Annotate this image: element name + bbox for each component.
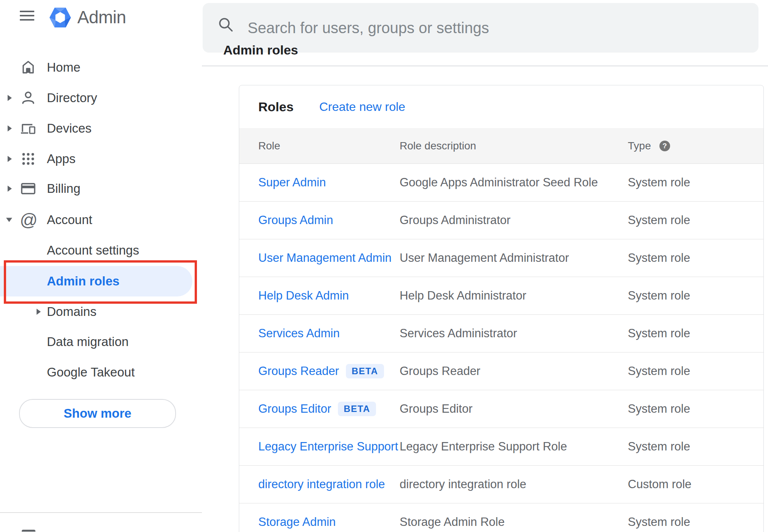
role-link[interactable]: Services Admin (258, 327, 340, 340)
sidebar: Admin Home Directory (0, 0, 202, 532)
expand-caret-icon[interactable] (8, 156, 12, 162)
sidebar-item-devices[interactable]: Devices (0, 113, 202, 144)
sidebar-item-apps[interactable]: Apps (0, 144, 202, 174)
expand-caret-icon[interactable] (37, 309, 41, 315)
role-description: Groups Editor (400, 402, 628, 416)
sidebar-item-billing[interactable]: Billing (0, 173, 202, 204)
role-link[interactable]: Groups Editor (258, 402, 331, 416)
person-icon (20, 90, 37, 106)
role-link[interactable]: Super Admin (258, 176, 326, 189)
role-type: System role (628, 289, 763, 303)
sidebar-item-label: Account settings (47, 243, 139, 258)
sidebar-item-label: Directory (47, 91, 97, 105)
sidebar-item-google-takeout[interactable]: Google Takeout (0, 357, 202, 388)
role-link[interactable]: Storage Admin (258, 515, 336, 529)
account-at-icon: @ (20, 212, 37, 228)
sidebar-item-label: Devices (47, 121, 91, 136)
role-link[interactable]: Groups Reader (258, 364, 339, 378)
sidebar-item-label: Apps (47, 152, 75, 166)
roles-title: Roles (258, 99, 294, 114)
role-type: System role (628, 327, 763, 340)
role-description: User Management Administrator (400, 251, 628, 265)
show-more-label: Show more (64, 406, 131, 421)
create-new-role-link[interactable]: Create new role (319, 100, 405, 114)
breadcrumb: Admin roles (223, 43, 298, 58)
apps-grid-icon (20, 151, 37, 167)
table-row[interactable]: Legacy Enterprise Support Legacy Enterpr… (239, 428, 763, 466)
collapse-caret-icon[interactable] (6, 218, 12, 222)
role-type: System role (628, 364, 763, 378)
table-row[interactable]: Services Admin Services Administrator Sy… (239, 315, 763, 353)
sidebar-item-label: Billing (47, 181, 80, 196)
role-link[interactable]: User Management Admin (258, 251, 392, 265)
role-description: Groups Administrator (400, 213, 628, 227)
devices-icon (20, 120, 37, 137)
beta-badge: BETA (338, 402, 376, 416)
help-icon[interactable]: ? (659, 141, 670, 151)
sidebar-item-home[interactable]: Home (0, 52, 202, 83)
expand-caret-icon[interactable] (8, 95, 12, 101)
admin-logo-icon (50, 6, 71, 29)
role-description: directory integration role (400, 478, 628, 491)
role-description: Google Apps Administrator Seed Role (400, 176, 628, 189)
table-row[interactable]: User Management Admin User Management Ad… (239, 239, 763, 277)
table-header-row: Role Role description Type ? (239, 128, 763, 164)
header-divider (202, 66, 768, 66)
sidebar-item-account[interactable]: @ Account (0, 205, 202, 235)
table-row[interactable]: Storage Admin Storage Admin Role System … (239, 503, 763, 532)
sidebar-item-label: Home (47, 60, 80, 75)
column-header-role: Role (239, 140, 400, 152)
sidebar-item-admin-roles[interactable]: Admin roles (0, 266, 202, 296)
sidebar-item-domains[interactable]: Domains (0, 296, 202, 327)
role-type: System role (628, 251, 763, 265)
app-title: Admin (77, 6, 126, 28)
menu-icon[interactable] (20, 11, 35, 21)
table-row[interactable]: Groups Admin Groups Administrator System… (239, 202, 763, 239)
column-header-type: Type ? (628, 140, 763, 152)
column-header-type-label: Type (628, 140, 651, 152)
sidebar-item-account-settings[interactable]: Account settings (0, 235, 202, 266)
role-link[interactable]: Help Desk Admin (258, 289, 349, 303)
roles-card-header: Roles Create new role (239, 85, 763, 128)
table-row[interactable]: Super Admin Google Apps Administrator Se… (239, 164, 763, 202)
role-description: Storage Admin Role (400, 515, 628, 529)
admin-console: Admin Home Directory (0, 0, 768, 532)
role-type: System role (628, 402, 763, 416)
sidebar-item-label: Google Takeout (47, 365, 135, 380)
roles-card: Roles Create new role Role Role descript… (239, 85, 764, 532)
role-type: Custom role (628, 478, 763, 491)
column-header-role-description: Role description (400, 140, 628, 152)
role-link[interactable]: Groups Admin (258, 213, 333, 227)
home-icon (20, 59, 37, 76)
role-description: Services Administrator (400, 327, 628, 340)
role-type: System role (628, 213, 763, 227)
role-type: System role (628, 440, 763, 453)
beta-badge: BETA (346, 364, 384, 378)
sidebar-item-label: Data migration (47, 335, 129, 349)
sidebar-item-label: Domains (47, 304, 96, 319)
role-description: Help Desk Administrator (400, 289, 628, 303)
role-description: Legacy Enterprise Support Role (400, 440, 628, 453)
table-row[interactable]: directory integration role directory int… (239, 466, 763, 503)
sidebar-divider (0, 512, 202, 513)
sidebar-item-directory[interactable]: Directory (0, 83, 202, 113)
expand-caret-icon[interactable] (8, 186, 12, 192)
table-row[interactable]: Groups Editor BETA Groups Editor System … (239, 390, 763, 428)
expand-caret-icon[interactable] (8, 125, 12, 131)
sidebar-item-data-migration[interactable]: Data migration (0, 327, 202, 357)
credit-card-icon (20, 180, 37, 197)
show-more-button[interactable]: Show more (19, 399, 176, 428)
role-description: Groups Reader (400, 364, 628, 378)
role-type: System role (628, 515, 763, 529)
table-row[interactable]: Groups Reader BETA Groups Reader System … (239, 353, 763, 390)
role-link[interactable]: Legacy Enterprise Support (258, 440, 398, 453)
role-link[interactable]: directory integration role (258, 478, 385, 491)
sidebar-item-label: Admin roles (47, 274, 120, 288)
sidebar-item-label: Account (47, 213, 92, 227)
cutoff-sidebar-icon (22, 530, 35, 532)
role-type: System role (628, 176, 763, 189)
table-row[interactable]: Help Desk Admin Help Desk Administrator … (239, 277, 763, 315)
